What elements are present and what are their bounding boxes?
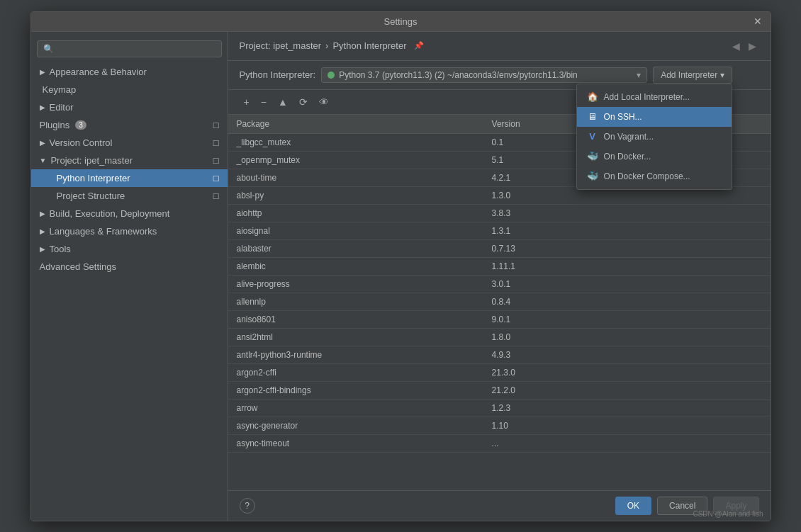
table-row[interactable]: aiosignal 1.3.1 bbox=[228, 222, 771, 239]
package-latest bbox=[596, 434, 771, 452]
sidebar-item-project[interactable]: ▼ Project: ipet_master □ bbox=[31, 152, 228, 169]
dropdown-item-label: Add Local Interpreter... bbox=[604, 92, 690, 102]
dropdown-on-docker-compose[interactable]: 🐳 On Docker Compose... bbox=[577, 166, 732, 186]
chevron-down-icon: ▾ bbox=[637, 70, 641, 80]
table-row[interactable]: async-timeout ... bbox=[228, 434, 771, 452]
sidebar-item-appearance[interactable]: ▶ Appearance & Behavior bbox=[31, 63, 228, 81]
breadcrumb-separator: › bbox=[325, 40, 328, 51]
interpreter-value: Python 3.7 (pytorch11.3) (2) ~/anaconda3… bbox=[339, 70, 578, 80]
table-row[interactable]: arrow 1.2.3 bbox=[228, 399, 771, 417]
sidebar-item-label: Keymap bbox=[43, 84, 77, 95]
sidebar-item-tools[interactable]: ▶ Tools bbox=[31, 240, 228, 258]
package-latest bbox=[596, 328, 771, 346]
add-package-button[interactable]: + bbox=[240, 94, 254, 110]
table-row[interactable]: aiohttp 3.8.3 bbox=[228, 204, 771, 222]
dropdown-on-vagrant[interactable]: V On Vagrant... bbox=[577, 127, 732, 147]
remove-package-button[interactable]: − bbox=[257, 94, 271, 110]
package-name: about-time bbox=[228, 169, 483, 186]
interpreter-select[interactable]: Python 3.7 (pytorch11.3) (2) ~/anaconda3… bbox=[321, 67, 647, 83]
package-name: alabaster bbox=[228, 239, 483, 257]
table-row[interactable]: alembic 1.11.1 bbox=[228, 257, 771, 275]
package-latest bbox=[596, 293, 771, 310]
sidebar-item-keymap[interactable]: Keymap bbox=[31, 81, 228, 98]
table-row[interactable]: alabaster 0.7.13 bbox=[228, 239, 771, 257]
table-row[interactable]: allennlp 0.8.4 bbox=[228, 293, 771, 310]
dialog-title: Settings bbox=[384, 16, 418, 27]
add-interpreter-button[interactable]: Add Interpreter ▾ bbox=[653, 67, 732, 84]
add-interpreter-dropdown: 🏠 Add Local Interpreter... 🖥 On SSH... V… bbox=[576, 84, 732, 190]
package-name: antlr4-python3-runtime bbox=[228, 346, 483, 363]
table-row[interactable]: argon2-cffi-bindings 21.2.0 bbox=[228, 381, 771, 399]
sidebar-item-version-control[interactable]: ▶ Version Control □ bbox=[31, 134, 228, 152]
up-button[interactable]: ▲ bbox=[274, 94, 292, 110]
sidebar-item-label: Python Interpreter bbox=[57, 173, 130, 183]
ok-button[interactable]: OK bbox=[615, 497, 651, 515]
help-button[interactable]: ? bbox=[240, 498, 255, 514]
sidebar-item-label: Editor bbox=[50, 102, 74, 113]
sidebar-item-build[interactable]: ▶ Build, Execution, Deployment bbox=[31, 205, 228, 222]
nav-back-button[interactable]: ◀ bbox=[729, 39, 743, 53]
package-version: 0.8.4 bbox=[483, 293, 596, 310]
col-package: Package bbox=[228, 115, 483, 134]
package-name: alembic bbox=[228, 257, 483, 275]
table-row[interactable]: argon2-cffi 21.3.0 bbox=[228, 363, 771, 381]
package-latest bbox=[596, 222, 771, 239]
dropdown-add-local[interactable]: 🏠 Add Local Interpreter... bbox=[577, 87, 732, 107]
package-version: 1.8.0 bbox=[483, 328, 596, 346]
nav-forward-button[interactable]: ▶ bbox=[746, 39, 759, 53]
dropdown-item-label: On SSH... bbox=[604, 112, 642, 122]
package-version: 1.11.1 bbox=[483, 257, 596, 275]
sidebar-item-icon: □ bbox=[213, 191, 219, 201]
package-version: 4.9.3 bbox=[483, 346, 596, 363]
add-interpreter-container: Add Interpreter ▾ 🏠 Add Local Interprete… bbox=[653, 67, 732, 84]
arrow-icon: ▶ bbox=[40, 210, 45, 217]
title-bar: Settings ✕ bbox=[31, 12, 771, 32]
sidebar: ▶ Appearance & Behavior Keymap ▶ Editor … bbox=[31, 32, 228, 521]
dropdown-item-label: On Docker Compose... bbox=[604, 171, 690, 181]
package-version: 0.7.13 bbox=[483, 239, 596, 257]
table-row[interactable]: ansi2html 1.8.0 bbox=[228, 328, 771, 346]
plugins-badge: 3 bbox=[75, 120, 86, 130]
dropdown-item-label: On Vagrant... bbox=[604, 132, 654, 142]
table-row[interactable]: alive-progress 3.0.1 bbox=[228, 275, 771, 293]
package-latest bbox=[596, 399, 771, 417]
breadcrumb: Project: ipet_master › Python Interprete… bbox=[228, 32, 771, 61]
sidebar-item-advanced-settings[interactable]: Advanced Settings bbox=[31, 258, 228, 276]
pin-icon: 📌 bbox=[414, 41, 424, 50]
table-row[interactable]: aniso8601 9.0.1 bbox=[228, 310, 771, 328]
package-version: 3.8.3 bbox=[483, 204, 596, 222]
package-name: async-generator bbox=[228, 417, 483, 434]
package-name: allennlp bbox=[228, 293, 483, 310]
package-version: 1.10 bbox=[483, 417, 596, 434]
show-button[interactable]: 👁 bbox=[315, 94, 333, 110]
package-latest bbox=[596, 417, 771, 434]
table-row[interactable]: async-generator 1.10 bbox=[228, 417, 771, 434]
sidebar-item-editor[interactable]: ▶ Editor bbox=[31, 98, 228, 116]
docker-icon: 🐳 bbox=[587, 151, 598, 162]
table-row[interactable]: antlr4-python3-runtime 4.9.3 bbox=[228, 346, 771, 363]
home-icon: 🏠 bbox=[587, 91, 598, 103]
sidebar-item-label: Plugins bbox=[40, 120, 70, 130]
sidebar-item-label: Project Structure bbox=[57, 191, 125, 201]
sidebar-item-python-interpreter[interactable]: Python Interpreter □ bbox=[31, 169, 228, 187]
dropdown-on-docker[interactable]: 🐳 On Docker... bbox=[577, 147, 732, 166]
add-interpreter-label: Add Interpreter ▾ bbox=[661, 70, 724, 80]
nav-arrows: ◀ ▶ bbox=[729, 39, 759, 53]
interpreter-bar: Python Interpreter: Python 3.7 (pytorch1… bbox=[228, 61, 771, 90]
reload-button[interactable]: ⟳ bbox=[295, 94, 312, 110]
sidebar-item-plugins[interactable]: Plugins 3 □ bbox=[31, 116, 228, 134]
sidebar-item-languages[interactable]: ▶ Languages & Frameworks bbox=[31, 222, 228, 240]
close-button[interactable]: ✕ bbox=[752, 16, 763, 27]
package-name: arrow bbox=[228, 399, 483, 417]
package-name: aniso8601 bbox=[228, 310, 483, 328]
package-version: 21.3.0 bbox=[483, 363, 596, 381]
package-name: ansi2html bbox=[228, 328, 483, 346]
sidebar-item-icon: □ bbox=[213, 137, 219, 148]
sidebar-item-project-structure[interactable]: Project Structure □ bbox=[31, 187, 228, 205]
search-input[interactable] bbox=[37, 40, 222, 57]
package-name: _libgcc_mutex bbox=[228, 133, 483, 151]
sidebar-item-label: Appearance & Behavior bbox=[50, 67, 147, 77]
sidebar-item-label: Languages & Frameworks bbox=[50, 226, 157, 237]
dropdown-on-ssh[interactable]: 🖥 On SSH... bbox=[577, 107, 732, 127]
package-version: 1.3.1 bbox=[483, 222, 596, 239]
